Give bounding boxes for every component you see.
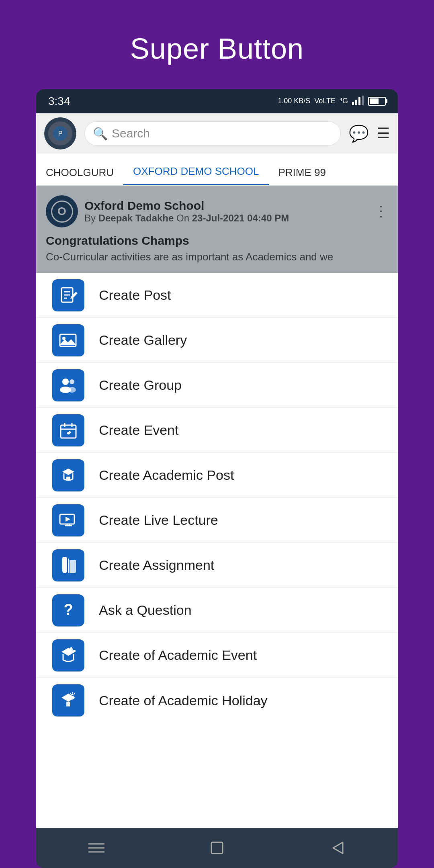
menu-item-create-post[interactable]: Create Post [36,273,398,318]
create-assignment-label: Create Assignment [99,557,214,573]
menu-item-create-gallery[interactable]: Create Gallery [36,318,398,363]
post-body: Co-Curricular activities are as importan… [46,251,388,263]
create-group-label: Create Group [99,377,182,393]
status-time: 3:34 [48,95,70,108]
nav-menu-button[interactable] [80,836,113,860]
create-academic-holiday-icon [52,684,84,717]
svg-text:P: P [58,130,63,137]
app-header: P 🔍 Search 💬 ☰ [36,113,398,154]
menu-item-create-live-lecture[interactable]: Create Live Lecture [36,498,398,543]
create-academic-event-icon [52,639,84,671]
search-icon: 🔍 [93,127,108,141]
phone-frame: 3:34 1.00 KB/S VoLTE ⁴G [36,89,398,868]
data-speed-icon: 1.00 KB/S [278,97,310,105]
create-gallery-label: Create Gallery [99,332,187,348]
svg-rect-3 [362,96,364,105]
menu-item-create-assignment[interactable]: Create Assignment [36,543,398,588]
signal-type-icon: ⁴G [340,97,348,105]
avatar[interactable]: P [44,117,76,149]
svg-rect-21 [66,477,70,480]
menu-item-create-event[interactable]: Create Event [36,408,398,453]
svg-point-12 [62,379,69,385]
create-live-lecture-label: Create Live Lecture [99,512,218,528]
create-group-icon [52,369,84,401]
menu-icon[interactable]: ☰ [377,125,390,142]
create-event-label: Create Event [99,422,178,438]
nav-back-button[interactable] [321,836,354,860]
post-author: By Deepak Tadakhe On 23-Jul-2021 04:40 P… [84,213,367,224]
create-academic-post-label: Create Academic Post [99,467,234,483]
bottom-nav [36,828,398,868]
post-title: Congratulations Champs [46,234,388,248]
signal-bars-icon [352,96,364,107]
svg-rect-16 [61,425,76,438]
search-bar[interactable]: 🔍 Search [84,121,341,145]
svg-point-31 [70,696,74,700]
create-event-icon [52,414,84,446]
create-post-label: Create Post [99,287,171,303]
create-gallery-icon [52,324,84,356]
menu-item-create-academic-event[interactable]: Create of Academic Event [36,633,398,678]
network-icon: VoLTE [314,97,336,105]
svg-point-11 [62,337,66,340]
status-icons: 1.00 KB/S VoLTE ⁴G [278,96,386,107]
tab-choolguru[interactable]: CHOOLGURU [36,166,123,185]
menu-item-create-academic-holiday[interactable]: Create of Academic Holiday [36,678,398,723]
avatar-image: P [52,125,68,141]
ask-question-icon: ? [52,594,84,626]
search-input-label: Search [112,127,150,140]
svg-point-15 [68,387,76,393]
svg-rect-0 [352,102,354,105]
create-academic-holiday-label: Create of Academic Holiday [99,693,268,708]
page-title: Super Button [130,32,304,65]
battery-icon [368,97,386,106]
status-bar: 3:34 1.00 KB/S VoLTE ⁴G [36,89,398,113]
svg-rect-2 [358,97,360,105]
chat-icon[interactable]: 💬 [349,124,369,143]
svg-rect-30 [66,702,70,706]
post-more-button[interactable]: ⋮ [374,203,388,220]
ask-question-label: Ask a Question [99,602,192,618]
school-avatar: O [46,195,78,227]
svg-point-20 [67,432,70,434]
create-live-lecture-icon [52,504,84,536]
svg-rect-1 [355,100,357,105]
svg-marker-23 [66,517,70,522]
menu-item-create-academic-post[interactable]: Create Academic Post [36,453,398,498]
nav-home-button[interactable] [201,836,233,860]
menu-item-ask-question[interactable]: ? Ask a Question [36,588,398,633]
create-post-icon [52,279,84,311]
tab-oxford-demo-school[interactable]: OXFORD DEMO SCHOOL [123,165,268,185]
create-academic-event-label: Create of Academic Event [99,647,257,663]
svg-text:?: ? [63,601,73,618]
menu-list: Create Post Create Gallery [36,273,398,828]
svg-rect-35 [211,842,223,854]
svg-marker-36 [333,842,343,854]
post-school-name: Oxford Demo School [84,199,367,213]
tabs-bar: CHOOLGURU OXFORD DEMO SCHOOL PRIME 99 [36,154,398,186]
menu-item-create-group[interactable]: Create Group [36,363,398,408]
svg-point-29 [73,650,76,652]
post-card: O Oxford Demo School By Deepak Tadakhe O… [36,186,398,273]
tab-prime99[interactable]: PRIME 99 [269,166,336,185]
create-academic-post-icon [52,459,84,491]
create-assignment-icon [52,549,84,581]
svg-point-13 [70,379,74,384]
